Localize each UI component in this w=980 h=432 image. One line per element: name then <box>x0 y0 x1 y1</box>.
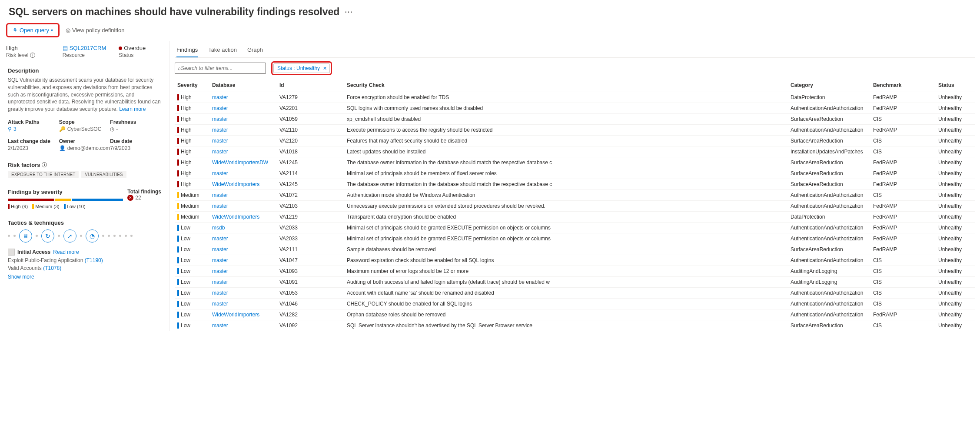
initial-access: Initial Access Read more <box>8 249 161 256</box>
tactic-monitor-icon[interactable]: 🖥 <box>19 229 32 243</box>
cell-status: Unhealthy <box>936 320 975 331</box>
cell-database[interactable]: master <box>209 114 277 125</box>
learn-more-link[interactable]: Learn more <box>119 106 146 112</box>
table-row[interactable]: LowmasterVA1047Password expiration check… <box>175 255 975 266</box>
t1078-link[interactable]: (T1078) <box>43 265 61 271</box>
read-more-link[interactable]: Read more <box>53 249 79 255</box>
cell-database[interactable]: WideWorldImporters <box>209 212 277 223</box>
table-row[interactable]: LowmasterVA1091Auditing of both successf… <box>175 277 975 288</box>
table-row[interactable]: HighWideWorldImportersDWVA1245The databa… <box>175 157 975 168</box>
view-policy-label: View policy definition <box>72 27 124 33</box>
cell-id: VA1219 <box>277 212 344 223</box>
cell-id: VA1093 <box>277 266 344 277</box>
col-benchmark[interactable]: Benchmark <box>870 79 936 92</box>
table-row[interactable]: LowmasterVA1053Account with default name… <box>175 288 975 299</box>
cell-check: Authentication mode should be Windows Au… <box>344 190 788 201</box>
t1190-link[interactable]: (T1190) <box>85 257 103 263</box>
initial-access-label: Initial Access <box>17 249 50 255</box>
tab-findings[interactable]: Findings <box>176 45 198 57</box>
col-status[interactable]: Status <box>936 79 975 92</box>
table-row[interactable]: HighmasterVA1059xp_cmdshell should be di… <box>175 114 975 125</box>
info-icon[interactable]: i <box>30 53 35 58</box>
table-row[interactable]: HighmasterVA2114Minimal set of principal… <box>175 168 975 179</box>
cell-database[interactable]: master <box>209 92 277 103</box>
sql-server-icon: ▤ <box>63 45 68 51</box>
resource-value[interactable]: ▤ SQL2017CRM <box>63 45 107 51</box>
cell-check: Execute permissions to access the regist… <box>344 125 788 136</box>
cell-severity: Low <box>175 309 209 320</box>
cell-database[interactable]: master <box>209 103 277 114</box>
col-id[interactable]: Id <box>277 79 344 92</box>
cell-database[interactable]: master <box>209 244 277 255</box>
table-row[interactable]: HighmasterVA2120Features that may affect… <box>175 136 975 146</box>
more-icon[interactable]: ··· <box>345 8 353 16</box>
tactic-refresh-icon[interactable]: ↻ <box>41 229 54 243</box>
cell-database[interactable]: msdb <box>209 223 277 233</box>
cell-severity: Low <box>175 233 209 244</box>
tab-graph[interactable]: Graph <box>247 45 263 57</box>
cell-database[interactable]: master <box>209 320 277 331</box>
clear-filter-icon[interactable]: ✕ <box>323 66 327 71</box>
search-input[interactable] <box>181 65 263 71</box>
tab-take-action[interactable]: Take action <box>208 45 237 57</box>
cell-database[interactable]: master <box>209 168 277 179</box>
table-row[interactable]: MediummasterVA1072Authentication mode sh… <box>175 190 975 201</box>
cell-check: Auditing of both successful and failed l… <box>344 277 788 288</box>
col-database[interactable]: Database <box>209 79 277 92</box>
cell-database[interactable]: master <box>209 146 277 157</box>
table-row[interactable]: LowmsdbVA2033Minimal set of principals s… <box>175 223 975 233</box>
table-row[interactable]: LowmasterVA1092SQL Server instance shoul… <box>175 320 975 331</box>
cell-id: VA2103 <box>277 201 344 212</box>
cell-id: VA1092 <box>277 320 344 331</box>
table-row[interactable]: LowWideWorldImportersVA1282Orphan databa… <box>175 309 975 320</box>
risk-level-label: Risk level i <box>6 52 50 58</box>
table-row[interactable]: LowmasterVA1046CHECK_POLICY should be en… <box>175 299 975 309</box>
cell-database[interactable]: master <box>209 299 277 309</box>
table-row[interactable]: LowmasterVA1093Maximum number of error l… <box>175 266 975 277</box>
cell-database[interactable]: WideWorldImporters <box>209 309 277 320</box>
tactic-rocket-icon[interactable]: ➚ <box>63 229 76 243</box>
open-query-button[interactable]: Open query ▾ <box>8 25 57 35</box>
cell-database[interactable]: master <box>209 255 277 266</box>
table-row[interactable]: MediumWideWorldImportersVA1219Transparen… <box>175 212 975 223</box>
col-security-check[interactable]: Security Check <box>344 79 788 92</box>
table-row[interactable]: HighmasterVA2201SQL logins with commonly… <box>175 103 975 114</box>
cell-database[interactable]: master <box>209 190 277 201</box>
risk-factors-section: Risk factors i EXPOSURE TO THE INTERNETV… <box>0 156 169 183</box>
main-panel: Findings Take action Graph ⌕ Status : Un… <box>169 41 980 331</box>
view-policy-link[interactable]: View policy definition <box>66 27 124 33</box>
table-row[interactable]: HighmasterVA1018Latest updates should be… <box>175 146 975 157</box>
col-severity[interactable]: Severity <box>175 79 209 92</box>
search-box[interactable]: ⌕ <box>175 63 266 74</box>
show-more-link[interactable]: Show more <box>8 274 34 280</box>
cell-benchmark: CIS <box>870 136 936 146</box>
cell-id: VA1091 <box>277 277 344 288</box>
total-findings-value: ✕ 22 <box>127 195 161 201</box>
cell-benchmark: FedRAMP <box>870 223 936 233</box>
cell-database[interactable]: master <box>209 136 277 146</box>
cell-database[interactable]: WideWorldImportersDW <box>209 157 277 168</box>
severity-bar-high <box>8 199 54 201</box>
cell-database[interactable]: master <box>209 277 277 288</box>
cell-check: xp_cmdshell should be disabled <box>344 114 788 125</box>
table-row[interactable]: LowmasterVA2111Sample databases should b… <box>175 244 975 255</box>
cell-database[interactable]: master <box>209 125 277 136</box>
cell-database[interactable]: master <box>209 201 277 212</box>
cell-status: Unhealthy <box>936 114 975 125</box>
cell-database[interactable]: WideWorldImporters <box>209 179 277 190</box>
table-row[interactable]: LowmasterVA2033Minimal set of principals… <box>175 233 975 244</box>
table-row[interactable]: HighWideWorldImportersVA1245The database… <box>175 179 975 190</box>
cell-id: VA2033 <box>277 233 344 244</box>
cell-database[interactable]: master <box>209 233 277 244</box>
col-category[interactable]: Category <box>788 79 870 92</box>
table-row[interactable]: HighmasterVA1279Force encryption should … <box>175 92 975 103</box>
cell-database[interactable]: master <box>209 288 277 299</box>
info-icon[interactable]: i <box>42 162 47 167</box>
tactic-pie-icon[interactable]: ◔ <box>86 229 99 243</box>
table-row[interactable]: HighmasterVA2110Execute permissions to a… <box>175 125 975 136</box>
cell-database[interactable]: master <box>209 266 277 277</box>
cell-severity: Low <box>175 266 209 277</box>
cell-id: VA1046 <box>277 299 344 309</box>
status-filter-pill[interactable]: Status : Unhealthy ✕ <box>273 63 330 73</box>
table-row[interactable]: MediummasterVA2103Unnecessary execute pe… <box>175 201 975 212</box>
